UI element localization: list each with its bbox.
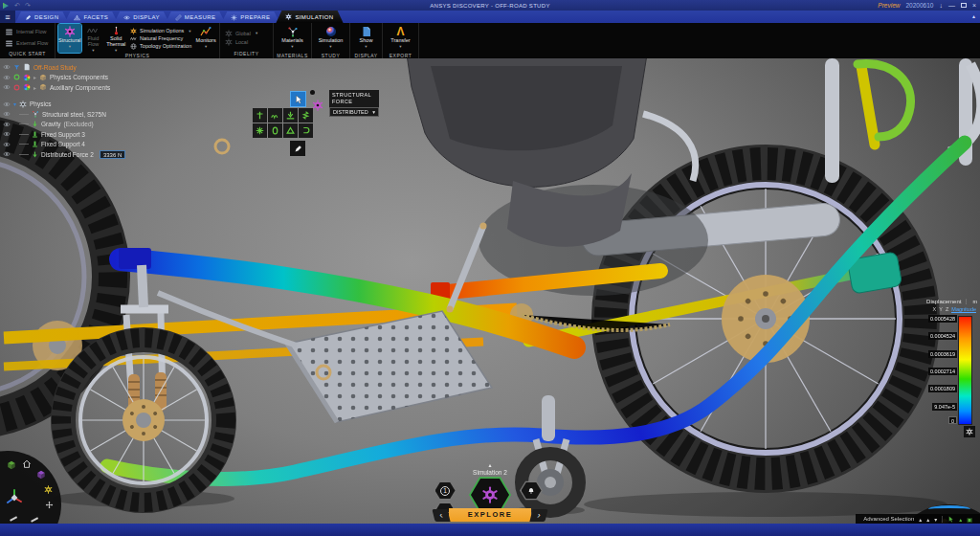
green-ring-icon[interactable] (13, 74, 20, 80)
redo-icon[interactable]: ↷ (25, 2, 31, 9)
select-tool-icon[interactable] (947, 516, 954, 523)
group-materials: Materials▾ Materials (274, 23, 312, 58)
tab-design[interactable]: Design (15, 11, 68, 23)
tree-row-distributed-force[interactable]: Distributed Force 2 3336 N (3, 149, 228, 160)
natural-frequency-button[interactable]: Natural Frequency (128, 35, 193, 42)
topology-optimization-button[interactable]: Topology Optimization (128, 43, 193, 50)
internal-flow-button[interactable]: Internal Flow (3, 27, 50, 37)
solid-thermal-button[interactable]: Solid Thermal▾ (105, 24, 126, 53)
force-value-field[interactable]: 3336 N (100, 150, 125, 159)
visibility-eye-icon[interactable] (3, 141, 11, 148)
up-icon[interactable]: ▴ (926, 516, 929, 523)
visibility-eye-icon[interactable] (3, 83, 11, 91)
fluid-flow-button[interactable]: Fluid Flow▾ (83, 24, 104, 53)
color-wheel-icon[interactable] (23, 74, 31, 81)
viewport-3d[interactable]: Off-Road Study ▸ Physics Components ▸ Au… (0, 58, 980, 524)
tree-label: Distributed Force 2 (41, 151, 94, 158)
menu-button[interactable]: ≡ (0, 11, 15, 23)
monitors-button[interactable]: Monitors▾ (195, 24, 216, 53)
visibility-eye-icon[interactable] (3, 110, 11, 118)
materials-button[interactable]: Materials▾ (277, 24, 308, 53)
collapse-icon[interactable]: ▾ (13, 100, 16, 107)
expander-icon[interactable]: ▸ (33, 84, 36, 91)
up-green-icon[interactable]: ▴ (959, 516, 962, 523)
tree-row-fixed-support-3[interactable]: Fixed Support 3 (3, 129, 228, 140)
filter-icon[interactable] (13, 64, 20, 71)
expander-icon[interactable]: ▸ (33, 74, 36, 80)
tree-row-physics-components[interactable]: ▸ Physics Components (3, 73, 228, 83)
legend-tab-magnitude[interactable]: Magnitude (951, 306, 976, 313)
simulation-study-button[interactable]: Simulation▾ (315, 24, 346, 53)
collapse-ribbon-icon[interactable]: ▴ (972, 12, 975, 19)
mass-button[interactable] (283, 123, 298, 138)
tab-facets[interactable]: Facets (64, 11, 118, 23)
solid-view-button[interactable] (7, 460, 16, 470)
legend-tab-x[interactable]: X (933, 306, 937, 313)
wheel-settings-button[interactable] (44, 485, 53, 494)
axis-triad[interactable] (4, 487, 25, 508)
tree-row-auxiliary-components[interactable]: ▸ Auxiliary Components (3, 82, 228, 93)
section-view-button[interactable] (36, 470, 46, 480)
red-ring-icon[interactable] (13, 84, 20, 91)
bearing-button[interactable] (253, 123, 267, 138)
force-mode-dropdown[interactable]: Distributed ▾ (329, 107, 379, 117)
explore-button[interactable]: Explore (449, 508, 531, 522)
up-icon[interactable]: ▴ (919, 516, 922, 523)
tree-row-physics[interactable]: ▾ Physics (3, 100, 228, 110)
timeline-expand-icon[interactable]: ▴ (418, 462, 562, 468)
tree-row-gravity[interactable]: Gravity (Excluded) (3, 120, 228, 130)
legend-menu-icon[interactable]: ⋮ (963, 298, 969, 304)
simulation-options-button[interactable]: Simulation Options▾ (128, 28, 193, 34)
force-on-face-button[interactable] (283, 108, 298, 123)
tree-row-study[interactable]: Off-Road Study (3, 62, 228, 73)
tree-row-material[interactable]: Structural steel, S275N (3, 109, 228, 120)
visibility-eye-icon[interactable] (3, 121, 11, 128)
visibility-eye-icon[interactable] (3, 100, 11, 108)
legend-tab-z[interactable]: Z (946, 306, 948, 313)
minimize-button[interactable]: — (948, 2, 955, 9)
structural-button[interactable]: Structural▾ (58, 24, 81, 53)
spring-button[interactable] (299, 108, 313, 123)
visibility-eye-icon[interactable] (3, 150, 11, 158)
visibility-eye-icon[interactable] (3, 130, 11, 138)
box-select-icon[interactable]: ▣ (967, 516, 972, 523)
close-button[interactable]: × (972, 2, 976, 9)
tab-prepare[interactable]: Prepare (221, 11, 279, 23)
edit-pencil-button[interactable] (290, 141, 305, 156)
tab-display[interactable]: Display (114, 11, 169, 23)
support-pin-button[interactable] (253, 108, 267, 123)
component-cube-icon (39, 74, 47, 81)
explore-next-button[interactable]: › (529, 509, 547, 522)
restore-button[interactable] (961, 3, 967, 8)
external-flow-button[interactable]: External Flow (3, 38, 50, 49)
fidelity-local-button[interactable]: Local (223, 38, 259, 46)
legend-settings-button[interactable] (964, 426, 975, 437)
hook-button[interactable] (299, 123, 313, 138)
cylindrical-button[interactable] (268, 123, 282, 138)
visibility-eye-icon[interactable] (3, 63, 11, 71)
app-window: ↶ ↷ ANSYS Discovery - Off-Road Study Pre… (0, 0, 980, 536)
undo-icon[interactable]: ↶ (14, 2, 20, 9)
down-icon[interactable]: ▾ (934, 516, 937, 523)
tab-measure[interactable]: Measure (166, 11, 225, 23)
alert-hex[interactable] (520, 480, 543, 501)
chevron-down-icon: ▾ (205, 45, 207, 50)
legend-tab-y[interactable]: Y (939, 306, 943, 313)
home-view-button[interactable] (22, 459, 32, 469)
visibility-eye-icon[interactable] (3, 74, 11, 81)
pan-button[interactable] (45, 501, 54, 509)
show-button[interactable]: Show▾ (353, 24, 379, 53)
material-icon (32, 110, 39, 118)
tab-simulation[interactable]: Simulation (276, 11, 343, 23)
download-icon[interactable]: ↓ (939, 2, 943, 9)
explore-prev-button[interactable]: ‹ (432, 509, 450, 522)
tree-row-fixed-support-4[interactable]: Fixed Support 4 (3, 140, 228, 150)
support-elastic-button[interactable] (268, 108, 282, 123)
stage-count-hex[interactable]: 1 (434, 480, 457, 501)
fidelity-global-button[interactable]: Global▾ (223, 30, 259, 37)
select-cursor-button[interactable] (290, 91, 306, 107)
color-wheel-icon[interactable] (23, 83, 31, 91)
group-study: Simulation▾ Study (312, 23, 350, 58)
transfer-button[interactable]: ΛTransfer▾ (386, 24, 415, 53)
legend-min-field[interactable]: 0 (948, 416, 957, 424)
